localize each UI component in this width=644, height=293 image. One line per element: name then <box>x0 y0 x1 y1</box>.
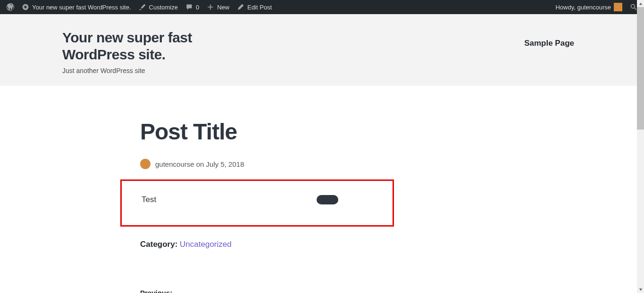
post-date[interactable]: July 5, 2018 <box>206 160 244 168</box>
scroll-down-button[interactable] <box>637 286 644 293</box>
scrollbar-thumb[interactable] <box>637 7 644 130</box>
site-header: Your new super fast WordPress site. Just… <box>0 14 644 86</box>
button-pill[interactable] <box>317 195 338 204</box>
scrollbar-track <box>637 0 644 293</box>
previous-label: Previous: <box>140 289 499 293</box>
new-menu[interactable]: New <box>203 0 233 14</box>
site-title[interactable]: Your new super fast WordPress site. <box>62 29 251 63</box>
category-label: Category: <box>140 240 177 249</box>
admin-bar-left: Your new super fast WordPress site. Cust… <box>3 0 276 14</box>
dashboard-icon <box>22 3 29 11</box>
my-account-menu[interactable]: Howdy, gutencourse <box>552 0 626 14</box>
post-byline: gutencourse on July 5, 2018 <box>140 159 499 169</box>
brush-icon <box>139 3 146 11</box>
test-text: Test <box>142 195 156 204</box>
wordpress-icon <box>7 3 14 11</box>
comment-icon <box>185 3 193 11</box>
byline-on: on <box>196 160 204 168</box>
post-content: Post Title gutencourse on July 5, 2018 T… <box>140 86 499 293</box>
author-name[interactable]: gutencourse <box>155 160 194 168</box>
author-avatar <box>140 159 151 169</box>
post-title: Post Title <box>140 119 499 145</box>
comments-count: 0 <box>196 4 199 11</box>
site-tagline: Just another WordPress site <box>62 67 251 74</box>
search-icon <box>630 3 637 11</box>
post-category: Category: Uncategorized <box>140 240 499 249</box>
new-label: New <box>217 4 229 11</box>
howdy-text: Howdy, gutencourse <box>555 4 611 11</box>
site-branding: Your new super fast WordPress site. Just… <box>62 29 251 74</box>
plus-icon <box>207 3 214 11</box>
customize-menu[interactable]: Customize <box>135 0 182 14</box>
edit-post-label: Edit Post <box>247 4 272 11</box>
nav-sample-page[interactable]: Sample Page <box>524 39 574 48</box>
highlight-box: Test <box>120 179 394 227</box>
wp-admin-bar: Your new super fast WordPress site. Cust… <box>0 0 644 14</box>
scroll-up-button[interactable] <box>637 0 644 7</box>
comments-menu[interactable]: 0 <box>182 0 203 14</box>
wp-logo-menu[interactable] <box>3 0 18 14</box>
edit-post-menu[interactable]: Edit Post <box>233 0 276 14</box>
byline-text: gutencourse on July 5, 2018 <box>155 160 244 168</box>
customize-label: Customize <box>149 4 178 11</box>
site-name-menu[interactable]: Your new super fast WordPress site. <box>18 0 135 14</box>
category-link[interactable]: Uncategorized <box>180 240 232 249</box>
admin-bar-right: Howdy, gutencourse <box>552 0 641 14</box>
avatar-small <box>614 3 622 11</box>
admin-site-name: Your new super fast WordPress site. <box>32 4 131 11</box>
pencil-icon <box>237 3 244 11</box>
